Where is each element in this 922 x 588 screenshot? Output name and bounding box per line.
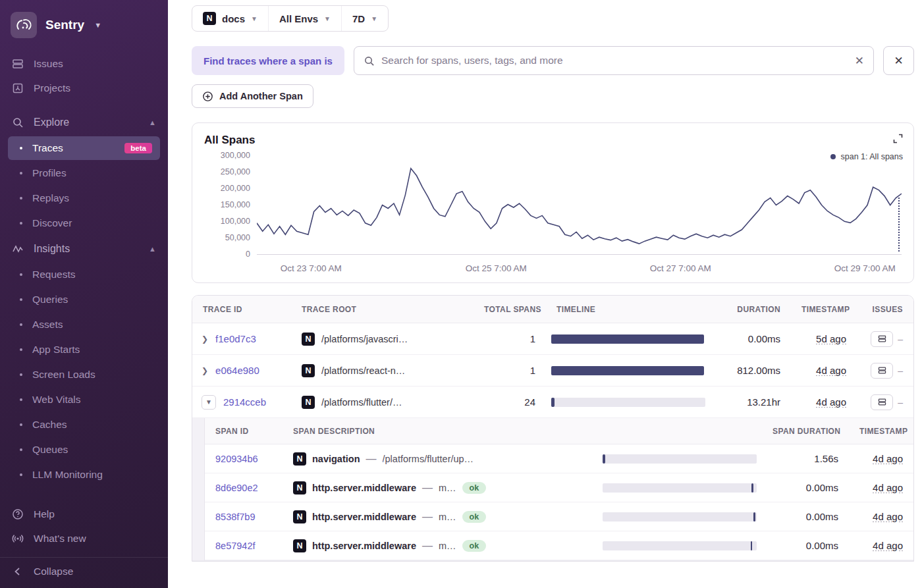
sidebar-item-llm-monitoring[interactable]: LLM Monitoring (8, 463, 160, 487)
span-table-header: SPAN ID SPAN DESCRIPTION SPAN DURATION T… (205, 418, 913, 444)
issues-button[interactable] (871, 331, 893, 347)
issues-count: – (898, 397, 903, 408)
timestamp-value[interactable]: 4d ago (873, 453, 903, 464)
span-id-link[interactable]: 8538f7b9 (215, 512, 255, 522)
sidebar-item-help[interactable]: Help (0, 502, 168, 526)
sidebar-item-label: Caches (32, 419, 67, 431)
sidebar-item-queues[interactable]: Queues (8, 438, 160, 462)
sidebar-item-whats-new[interactable]: What's new (0, 526, 168, 550)
platform-icon: N (293, 539, 306, 552)
expanded-trace-panel: SPAN ID SPAN DESCRIPTION SPAN DURATION T… (192, 418, 913, 561)
remove-span-filter-button[interactable]: ✕ (883, 46, 914, 75)
status-badge: ok (462, 482, 487, 494)
issues-button[interactable] (871, 363, 893, 379)
sidebar-item-assets[interactable]: Assets (8, 313, 160, 336)
platform-icon: N (293, 452, 306, 466)
timestamp-value[interactable]: 4d ago (873, 511, 903, 522)
insights-icon (12, 243, 24, 255)
sidebar-item-requests[interactable]: Requests (8, 263, 160, 286)
expand-chevron-icon[interactable]: ❯ (202, 366, 208, 375)
sidebar-item-issues[interactable]: Issues (0, 51, 168, 76)
col-duration: DURATION (711, 305, 791, 314)
sidebar-item-label: Queues (32, 444, 68, 456)
span-op: http.server.middleware (312, 541, 416, 551)
chevron-left-icon (12, 566, 24, 577)
sidebar-item-label: Issues (34, 58, 63, 70)
sidebar-item-screen-loads[interactable]: Screen Loads (8, 363, 160, 387)
sidebar-section-insights[interactable]: Insights ▲ (0, 236, 168, 262)
span-search-box[interactable]: ✕ (354, 46, 874, 75)
sidebar-item-label: Help (34, 508, 55, 520)
sidebar-item-web-vitals[interactable]: Web Vitals (8, 388, 160, 412)
project-selector[interactable]: N docs ▼ (192, 6, 268, 31)
issues-icon (878, 366, 886, 375)
timeline-bar (551, 334, 705, 344)
issues-icon (878, 334, 886, 343)
trace-id-link[interactable]: e064e980 (215, 365, 259, 376)
sidebar-section-explore[interactable]: Explore ▲ (0, 109, 168, 136)
timestamp-value[interactable]: 4d ago (873, 540, 903, 551)
bullet-icon (20, 423, 22, 426)
span-timeline-bar (603, 454, 757, 464)
col-span-duration: SPAN DURATION (762, 427, 849, 436)
collapse-chevron-icon[interactable]: ▼ (202, 395, 216, 410)
table-row: ❯ e064e980 N /platforms/react-n… 1 812.0… (192, 355, 913, 387)
span-op: http.server.middleware (312, 483, 416, 493)
timestamp-value[interactable]: 4d ago (816, 396, 846, 408)
issues-button[interactable] (871, 394, 893, 410)
timestamp-value[interactable]: 4d ago (816, 365, 846, 376)
bullet-icon (20, 147, 22, 149)
bullet-icon (20, 398, 22, 401)
sidebar-item-queries[interactable]: Queries (8, 288, 160, 311)
sidebar-item-replays[interactable]: Replays (8, 186, 160, 210)
sidebar-item-discover[interactable]: Discover (8, 211, 160, 235)
bullet-icon (20, 348, 22, 351)
fullscreen-icon[interactable] (893, 134, 903, 146)
sidebar-item-caches[interactable]: Caches (8, 413, 160, 437)
span-id-link[interactable]: 8d6e90e2 (215, 483, 258, 493)
x-tick: Oct 25 7:00 AM (466, 263, 527, 273)
section-label: Insights (34, 243, 139, 255)
bullet-icon (20, 172, 22, 174)
add-another-span-button[interactable]: Add Another Span (192, 84, 313, 108)
sidebar-item-app-starts[interactable]: App Starts (8, 338, 160, 361)
sidebar-item-projects[interactable]: Projects (0, 76, 168, 100)
sidebar-item-profiles[interactable]: Profiles (8, 161, 160, 185)
chevron-down-icon: ▼ (94, 21, 101, 29)
span-duration-value: 0.00ms (762, 482, 849, 493)
y-tick: 300,000 (221, 151, 250, 160)
trace-id-link[interactable]: 2914cceb (223, 396, 266, 408)
sidebar-collapse-button[interactable]: Collapse (0, 557, 168, 581)
trace-root-text: /platforms/react-n… (321, 365, 405, 376)
platform-icon: N (302, 396, 315, 409)
col-trace-root: TRACE ROOT (291, 305, 474, 314)
org-switcher[interactable]: Sentry ▼ (0, 9, 168, 51)
table-row: ❯ f1e0d7c3 N /platforms/javascri… 1 0.00… (192, 323, 913, 355)
expand-chevron-icon[interactable]: ❯ (202, 334, 208, 344)
broadcast-icon (12, 533, 24, 545)
separator: — (422, 482, 433, 494)
span-description-text: /platforms/flutter/up… (383, 454, 474, 464)
date-range-selector[interactable]: 7D ▼ (341, 6, 388, 31)
y-tick: 50,000 (225, 233, 250, 242)
timestamp-value[interactable]: 4d ago (873, 482, 903, 493)
bullet-icon (20, 197, 22, 200)
trace-id-link[interactable]: f1e0d7c3 (215, 333, 256, 344)
section-label: Explore (34, 117, 139, 128)
total-spans-value: 1 (474, 333, 546, 344)
span-timeline-bar (603, 541, 757, 550)
span-op: http.server.middleware (312, 512, 416, 522)
environment-selector[interactable]: All Envs ▼ (268, 6, 341, 31)
sidebar-item-label: Replays (32, 192, 69, 204)
bullet-icon (20, 323, 22, 326)
span-row: 8e57942f N http.server.middleware — m… o… (205, 531, 913, 560)
span-id-link[interactable]: 8e57942f (215, 541, 255, 551)
timestamp-value[interactable]: 5d ago (816, 333, 846, 344)
span-timeline-bar (603, 483, 757, 493)
span-search-input[interactable] (381, 55, 848, 67)
span-id-link[interactable]: 920934b6 (215, 454, 258, 464)
search-clear-icon[interactable]: ✕ (855, 54, 864, 68)
sidebar-item-traces[interactable]: Traces beta (8, 136, 160, 160)
y-tick: 0 (246, 250, 250, 259)
chart-plot-area[interactable] (257, 156, 902, 255)
